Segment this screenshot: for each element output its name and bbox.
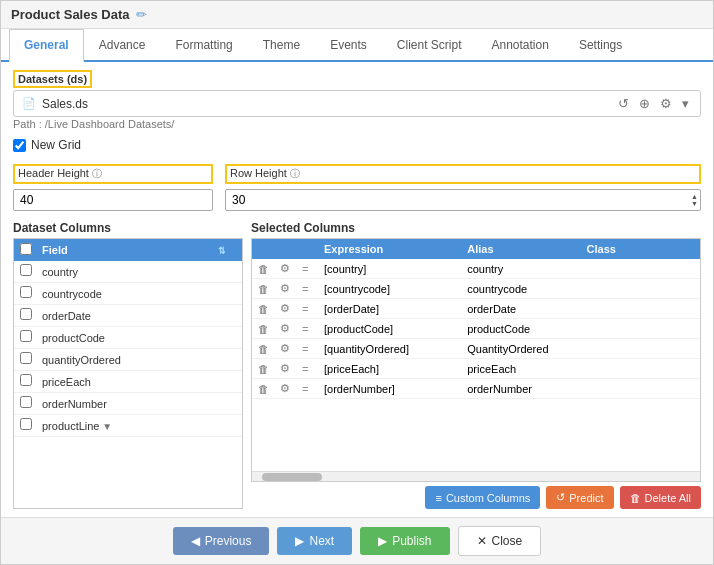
close-x-icon: ✕	[477, 534, 487, 548]
tab-client-script[interactable]: Client Script	[382, 29, 477, 62]
dataset-col-row: country	[14, 261, 242, 283]
publish-button[interactable]: ▶ Publish	[360, 527, 449, 555]
field-name: priceEach	[42, 376, 236, 388]
field-checkbox[interactable]	[20, 396, 32, 408]
row-height-input[interactable]	[225, 189, 701, 211]
new-grid-label: New Grid	[31, 138, 81, 152]
sel-settings-icon[interactable]: ⚙	[280, 362, 290, 374]
close-button[interactable]: ✕ Close	[458, 526, 542, 556]
field-checkbox[interactable]	[20, 308, 32, 320]
new-grid-checkbox[interactable]	[13, 139, 26, 152]
window-title: Product Sales Data	[11, 7, 130, 22]
custom-columns-button[interactable]: ≡ Custom Columns	[425, 486, 540, 509]
select-all-checkbox[interactable]	[20, 243, 32, 255]
sel-settings-icon[interactable]: ⚙	[280, 382, 290, 394]
tab-general[interactable]: General	[9, 29, 84, 62]
dataset-settings-icon[interactable]: ⚙	[657, 95, 675, 112]
main-window: Product Sales Data ✏ General Advance For…	[0, 0, 714, 565]
horizontal-scrollbar[interactable]	[252, 471, 700, 481]
dataset-add-icon[interactable]: ⊕	[636, 95, 653, 112]
tab-theme[interactable]: Theme	[248, 29, 315, 62]
field-header-label: Field	[42, 244, 218, 256]
sel-alias: orderNumber	[467, 383, 586, 395]
sel-del-icon[interactable]: 🗑	[258, 343, 269, 355]
dataset-col-row: productLine ▼	[14, 415, 242, 437]
class-header: Class	[587, 243, 682, 255]
field-checkbox[interactable]	[20, 330, 32, 342]
dataset-collapse-icon[interactable]: ▾	[679, 95, 692, 112]
sel-expr: [orderNumber]	[324, 383, 467, 395]
tab-settings[interactable]: Settings	[564, 29, 637, 62]
row-height-group: Row Height ⓘ ▲ ▼	[225, 164, 701, 211]
field-checkbox[interactable]	[20, 374, 32, 386]
sel-settings-icon[interactable]: ⚙	[280, 282, 290, 294]
next-button[interactable]: ▶ Next	[277, 527, 352, 555]
sel-settings-icon[interactable]: ⚙	[280, 262, 290, 274]
tab-formatting[interactable]: Formatting	[160, 29, 247, 62]
tab-events[interactable]: Events	[315, 29, 382, 62]
selected-columns-title: Selected Columns	[251, 221, 701, 235]
edit-title-icon[interactable]: ✏	[136, 7, 147, 22]
field-checkbox[interactable]	[20, 264, 32, 276]
sel-del-icon[interactable]: 🗑	[258, 263, 269, 275]
previous-button[interactable]: ◀ Previous	[173, 527, 270, 555]
sel-settings-icon[interactable]: ⚙	[280, 302, 290, 314]
sel-alias: country	[467, 263, 586, 275]
next-arrow-icon: ▶	[295, 534, 304, 548]
sel-expr: [productCode]	[324, 323, 467, 335]
title-bar: Product Sales Data ✏	[1, 1, 713, 29]
sel-del-icon[interactable]: 🗑	[258, 383, 269, 395]
selected-col-row: 🗑 ⚙ = [orderDate] orderDate	[252, 299, 700, 319]
field-name: productLine ▼	[42, 420, 236, 432]
custom-columns-icon: ≡	[435, 492, 441, 504]
dataset-columns-header: Field ⇅	[14, 239, 242, 261]
field-checkbox[interactable]	[20, 418, 32, 430]
delete-icon: 🗑	[630, 492, 641, 504]
new-grid-row: New Grid	[13, 138, 701, 152]
dataset-col-row: orderNumber	[14, 393, 242, 415]
dataset-col-row: priceEach	[14, 371, 242, 393]
field-checkbox[interactable]	[20, 352, 32, 364]
prev-arrow-icon: ◀	[191, 534, 200, 548]
sel-del-icon[interactable]: 🗑	[258, 283, 269, 295]
header-height-input[interactable]	[13, 189, 213, 211]
alias-header: Alias	[467, 243, 586, 255]
selected-columns-header: Expression Alias Class	[252, 239, 700, 259]
sel-eq-icon: =	[302, 363, 308, 375]
header-height-info-icon: ⓘ	[92, 168, 102, 179]
datasets-section: Datasets (ds) 📄 Sales.ds ↺ ⊕ ⚙ ▾ Path : …	[13, 70, 701, 130]
sel-expr: [orderDate]	[324, 303, 467, 315]
sel-del-icon[interactable]: 🗑	[258, 363, 269, 375]
predict-button[interactable]: ↺ Predict	[546, 486, 613, 509]
sel-del-icon[interactable]: 🗑	[258, 303, 269, 315]
scroll-thumb	[262, 473, 322, 481]
field-name: country	[42, 266, 236, 278]
sel-eq-icon: =	[302, 383, 308, 395]
row-height-down[interactable]: ▼	[691, 200, 698, 207]
field-name: countrycode	[42, 288, 236, 300]
sel-alias: orderDate	[467, 303, 586, 315]
dataset-refresh-icon[interactable]: ↺	[615, 95, 632, 112]
sel-del-icon[interactable]: 🗑	[258, 323, 269, 335]
sel-settings-icon[interactable]: ⚙	[280, 322, 290, 334]
datasets-row: 📄 Sales.ds ↺ ⊕ ⚙ ▾	[13, 90, 701, 117]
field-name: quantityOrdered	[42, 354, 236, 366]
dataset-col-row: orderDate	[14, 305, 242, 327]
dataset-col-row: quantityOrdered	[14, 349, 242, 371]
delete-all-button[interactable]: 🗑 Delete All	[620, 486, 701, 509]
sel-alias: countrycode	[467, 283, 586, 295]
tab-advance[interactable]: Advance	[84, 29, 161, 62]
field-name: orderNumber	[42, 398, 236, 410]
field-checkbox[interactable]	[20, 286, 32, 298]
row-height-up[interactable]: ▲	[691, 193, 698, 200]
path-text: Path : /Live Dashboard Datasets/	[13, 118, 701, 130]
sel-eq-icon: =	[302, 303, 308, 315]
tab-annotation[interactable]: Annotation	[477, 29, 564, 62]
selected-col-row: 🗑 ⚙ = [orderNumber] orderNumber	[252, 379, 700, 399]
dataset-col-row: productCode	[14, 327, 242, 349]
sel-settings-icon[interactable]: ⚙	[280, 342, 290, 354]
sel-expr: [quantityOrdered]	[324, 343, 467, 355]
field-name: productCode	[42, 332, 236, 344]
row-height-label: Row Height ⓘ	[225, 164, 701, 184]
sel-eq-icon: =	[302, 343, 308, 355]
